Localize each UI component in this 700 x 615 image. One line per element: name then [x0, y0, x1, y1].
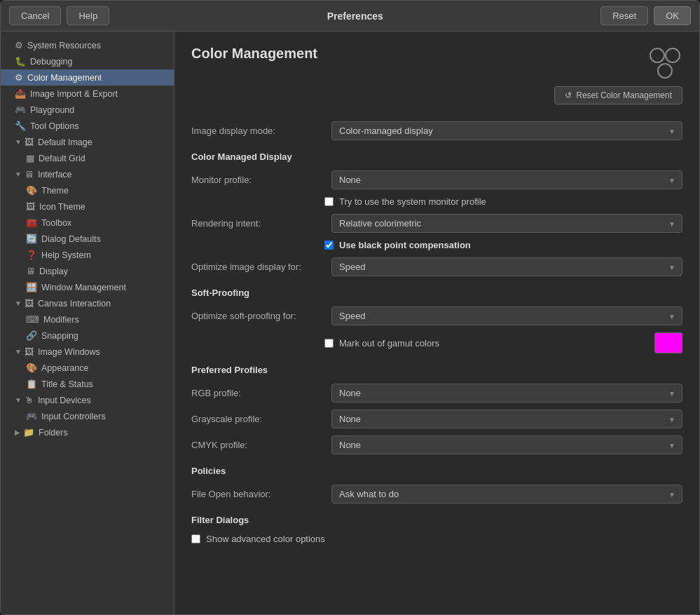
optimize-image-display-label: Optimize image display for: — [191, 262, 331, 272]
optimize-image-display-row: Optimize image display for: Speed Qualit… — [191, 257, 682, 276]
sidebar-item-default-image[interactable]: ▼ 🖼 Default Image — [1, 134, 174, 150]
canvas-interaction-arrow: ▼ — [15, 299, 22, 307]
sidebar-item-window-management[interactable]: 🪟 Window Management — [1, 279, 174, 295]
sidebar-item-canvas-interaction[interactable]: ▼ 🖼 Canvas Interaction — [1, 295, 174, 311]
try-system-monitor-checkbox[interactable] — [324, 197, 334, 206]
sidebar-item-theme[interactable]: 🎨 Theme — [1, 182, 174, 198]
black-point-compensation-checkbox[interactable] — [324, 241, 334, 250]
rgb-profile-select[interactable]: None — [331, 384, 682, 403]
optimize-soft-proofing-row: Optimize soft-proofing for: Speed Qualit… — [191, 306, 682, 325]
help-button[interactable]: Help — [67, 6, 109, 25]
monitor-profile-row: Monitor profile: None — [191, 170, 682, 189]
window-management-icon: 🪟 — [26, 282, 37, 292]
circles-graphic — [650, 48, 680, 79]
titlebar-left-buttons: Cancel Help — [9, 6, 109, 25]
sidebar-item-image-import-export[interactable]: 📤 Image Import & Export — [1, 86, 174, 102]
sidebar-item-icon-theme[interactable]: 🖼 Icon Theme — [1, 198, 174, 215]
optimize-image-display-select[interactable]: Speed Quality — [331, 257, 682, 276]
image-windows-icon: 🖼 — [25, 346, 34, 357]
sidebar-item-appearance[interactable]: 🎨 Appearance — [1, 360, 174, 376]
optimize-image-display-select-wrapper: Speed Quality — [331, 257, 682, 276]
circle-top-left — [650, 48, 665, 63]
rendering-intent-select[interactable]: Perceptual Relative colorimetric Saturat… — [331, 214, 682, 233]
sidebar-item-display[interactable]: 🖥 Display — [1, 263, 174, 279]
file-open-behavior-row: File Open behavior: Ask what to do Keep … — [191, 485, 682, 504]
reset-button[interactable]: Reset — [601, 6, 648, 25]
modifiers-icon: ⌨ — [26, 314, 39, 325]
display-icon: 🖥 — [26, 266, 35, 276]
sidebar-label-help-system: Help System — [41, 250, 91, 260]
grayscale-profile-select[interactable]: None — [331, 410, 682, 428]
default-grid-icon: ▦ — [26, 153, 34, 163]
sidebar-label-color-management: Color Management — [27, 73, 102, 83]
file-open-behavior-select[interactable]: Ask what to do Keep embedded profile Con… — [331, 485, 682, 504]
sidebar-label-default-image: Default Image — [38, 137, 92, 147]
sidebar-item-help-system[interactable]: ❓ Help System — [1, 247, 174, 263]
sidebar-item-folders[interactable]: ▶ 📁 Folders — [1, 424, 174, 440]
color-management-icon-circles — [647, 46, 682, 81]
sidebar-item-playground[interactable]: 🎮 Playground — [1, 102, 174, 118]
sidebar-item-snapping[interactable]: 🔗 Snapping — [1, 327, 174, 344]
title-status-icon: 📋 — [26, 379, 37, 389]
sidebar-item-default-grid[interactable]: ▦ Default Grid — [1, 150, 174, 166]
sidebar-label-window-management: Window Management — [41, 283, 126, 292]
main-content: Color Management ↺ Reset Color Managemen… — [174, 32, 699, 614]
show-advanced-color-checkbox[interactable] — [191, 534, 200, 543]
cmyk-profile-select[interactable]: None — [331, 435, 682, 454]
gamut-color-swatch[interactable] — [654, 332, 682, 353]
policies-title: Policies — [191, 466, 682, 476]
show-advanced-color-label[interactable]: Show advanced color options — [206, 534, 325, 544]
image-display-mode-label: Image display mode: — [191, 126, 331, 136]
sidebar-item-system-resources[interactable]: ⚙ System Resources — [1, 37, 174, 53]
monitor-profile-select[interactable]: None — [331, 170, 682, 189]
filter-dialogs-title: Filter Dialogs — [191, 515, 682, 525]
image-display-mode-select[interactable]: Color-managed display No color managemen… — [331, 121, 682, 140]
sidebar-label-image-import-export: Image Import & Export — [30, 89, 118, 99]
default-image-icon: 🖼 — [25, 137, 34, 147]
sidebar-item-tool-options[interactable]: 🔧 Tool Options — [1, 118, 174, 134]
appearance-icon: 🎨 — [26, 363, 37, 373]
image-display-mode-select-wrapper: Color-managed display No color managemen… — [331, 121, 682, 140]
sidebar-label-dialog-defaults: Dialog Defaults — [41, 234, 101, 244]
ok-button[interactable]: OK — [654, 6, 691, 25]
try-system-monitor-label[interactable]: Try to use the system monitor profile — [339, 196, 486, 207]
preferred-profiles-title: Preferred Profiles — [191, 365, 682, 375]
sidebar-label-default-grid: Default Grid — [39, 154, 85, 163]
image-windows-arrow: ▼ — [15, 348, 22, 356]
sidebar-item-toolbox[interactable]: 🧰 Toolbox — [1, 215, 174, 231]
help-system-icon: ❓ — [26, 250, 37, 260]
dialog-defaults-icon: 🔄 — [26, 234, 37, 244]
black-point-compensation-label[interactable]: Use black point compensation — [339, 240, 471, 250]
sidebar-item-image-windows[interactable]: ▼ 🖼 Image Windows — [1, 344, 174, 360]
sidebar-label-appearance: Appearance — [41, 363, 88, 373]
sidebar-item-dialog-defaults[interactable]: 🔄 Dialog Defaults — [1, 231, 174, 247]
rgb-profile-row: RGB profile: None — [191, 384, 682, 403]
try-system-monitor-row: Try to use the system monitor profile — [324, 196, 682, 207]
color-managed-display-title: Color Managed Display — [191, 151, 682, 162]
sidebar-item-debugging[interactable]: 🐛 Debugging — [1, 53, 174, 69]
sidebar-label-snapping: Snapping — [41, 331, 78, 341]
sidebar-item-input-controllers[interactable]: 🎮 Input Controllers — [1, 408, 174, 424]
sidebar-item-interface[interactable]: ▼ 🖥 Interface — [1, 166, 174, 182]
mark-out-of-gamut-checkbox[interactable] — [324, 339, 334, 348]
main-header: Color Management ↺ Reset Color Managemen… — [191, 46, 682, 104]
theme-icon: 🎨 — [26, 185, 37, 196]
optimize-soft-proofing-select[interactable]: Speed Quality — [331, 306, 682, 325]
header-right: ↺ Reset Color Management — [554, 46, 682, 104]
sidebar-label-canvas-interaction: Canvas Interaction — [38, 299, 111, 309]
circle-top-right — [665, 48, 680, 63]
cancel-button[interactable]: Cancel — [9, 6, 61, 25]
tool-options-icon: 🔧 — [15, 121, 26, 131]
image-import-export-icon: 📤 — [15, 88, 26, 99]
rendering-intent-select-wrapper: Perceptual Relative colorimetric Saturat… — [331, 214, 682, 233]
default-image-arrow: ▼ — [15, 138, 22, 146]
reset-color-management-button[interactable]: ↺ Reset Color Management — [554, 86, 682, 104]
mark-out-of-gamut-label[interactable]: Mark out of gamut colors — [339, 338, 649, 349]
sidebar-item-modifiers[interactable]: ⌨ Modifiers — [1, 311, 174, 327]
sidebar-item-title-status[interactable]: 📋 Title & Status — [1, 376, 174, 392]
sidebar-item-color-management[interactable]: ⚙ Color Management — [1, 69, 174, 86]
grayscale-profile-select-wrapper: None — [331, 410, 682, 428]
sidebar-label-modifiers: Modifiers — [43, 315, 79, 325]
mark-out-of-gamut-row: Mark out of gamut colors — [324, 332, 682, 353]
sidebar-item-input-devices[interactable]: ▼ 🖱 Input Devices — [1, 392, 174, 408]
